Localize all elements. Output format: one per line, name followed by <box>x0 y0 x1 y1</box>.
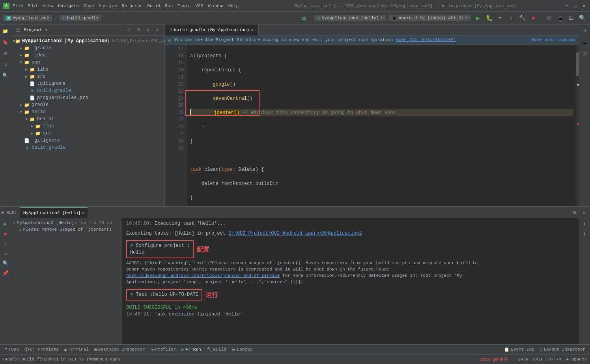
open-project-structure-link[interactable]: Open (Ctrl+Alt+Shift+S) <box>396 37 456 42</box>
menu-window[interactable]: Window <box>208 4 224 8</box>
run-tab-close[interactable]: ✕ <box>82 210 84 215</box>
tree-root[interactable]: ▼ 📁 MyApplication2 [My Application] D:\0… <box>11 37 164 45</box>
editor-scrollbar[interactable] <box>576 45 579 206</box>
tree-item-idea[interactable]: ▶ 📁 .idea <box>11 52 164 59</box>
bookmark-icon[interactable]: 🔖 <box>0 37 11 47</box>
tree-item-gradle[interactable]: ▶ 📁 gradle <box>11 101 164 108</box>
gradle-side-icon[interactable]: G <box>580 26 590 36</box>
maximize-button[interactable]: ☐ <box>573 3 578 9</box>
menu-view[interactable]: View <box>43 4 53 8</box>
run-up-icon[interactable]: ⬆ <box>581 220 589 228</box>
run-soft-wrap-icon[interactable]: ↵ <box>1 249 10 258</box>
event-log-tab[interactable]: 📋 Event Log <box>502 345 536 355</box>
build-tab[interactable]: 🔨 Build <box>204 345 229 355</box>
db-inspector-tab[interactable]: ⊞ Database Inspector <box>92 345 147 355</box>
tree-item-hello-gitignore[interactable]: 📄 .gitignore <box>11 137 164 144</box>
tree-item-app-libs[interactable]: ▶ 📁 libs <box>11 66 164 73</box>
run-filter-icon[interactable]: 🔍 <box>1 259 10 268</box>
line-ending[interactable]: CRLF <box>533 357 543 362</box>
panel-menu-icon[interactable]: ☰ <box>14 26 22 34</box>
run-scroll-end-icon[interactable]: ↓ <box>1 239 10 248</box>
locate-icon[interactable]: ⊙ <box>125 26 133 34</box>
menu-tools[interactable]: Tools <box>177 4 190 8</box>
run-stop-icon[interactable]: ■ <box>1 230 10 238</box>
search-button[interactable]: 🔍 <box>577 13 587 23</box>
tree-item-hello1[interactable]: ▼ 📁 hello1 <box>11 116 164 123</box>
find-icon[interactable]: 🔍 <box>0 70 11 80</box>
device-manager-icon[interactable]: 📱 <box>580 37 590 47</box>
run-tab-hello[interactable]: MyApplication2 [Hello] ✕ <box>20 207 88 218</box>
menu-vcs[interactable]: VCS <box>195 4 203 8</box>
tree-item-hello1-src[interactable]: ▶ 📁 src <box>11 130 164 137</box>
layout-inspector-tab[interactable]: ⊡ Layout Inspector <box>538 345 588 355</box>
hide-notification-link[interactable]: Hide notification <box>532 37 576 42</box>
tree-item-app[interactable]: ▼ 📁 app <box>11 59 164 66</box>
menu-edit[interactable]: Edit <box>28 4 38 8</box>
profiler-tab[interactable]: ∿ Profiler <box>148 345 179 355</box>
run-output[interactable]: 16:46:20: Executing task 'Hello'... Exec… <box>121 218 579 344</box>
stop-button[interactable]: ■ <box>528 13 538 23</box>
tree-item-gradle-folder[interactable]: ▶ 📁 .gradle <box>11 45 164 52</box>
tree-item-hello1-libs[interactable]: ▶ 📁 libs <box>11 123 164 130</box>
sync-icon[interactable]: ⇄ <box>302 14 306 22</box>
tree-item-app-gitignore[interactable]: 📄 .gitignore <box>11 80 164 87</box>
editor-content[interactable]: 17 18 19 20 21 22 23 24 25 26 27 28 29 3… <box>165 45 579 206</box>
run-down-icon[interactable]: ⬇ <box>581 230 589 238</box>
indent-indicator[interactable]: 4 spaces <box>566 357 587 362</box>
menu-navigate[interactable]: Navigate <box>58 4 79 8</box>
menu-run[interactable]: Run <box>165 4 173 8</box>
debug-button[interactable]: 🐛 <box>484 13 494 23</box>
charset-indicator[interactable]: UTF-8 <box>548 357 561 362</box>
menu-analyze[interactable]: Analyze <box>99 4 117 8</box>
close-button[interactable]: ✕ <box>581 3 587 9</box>
structure-icon[interactable]: ⊞ <box>0 48 11 58</box>
profile-button[interactable]: ⚡ <box>506 13 516 23</box>
tree-item-hello-buildgradle[interactable]: G build.gradle <box>11 144 164 151</box>
run-project-path-link[interactable]: D:\002 Project\002 Android Learn\MyAppli… <box>228 231 362 236</box>
collapse-icon[interactable]: ⊟ <box>134 26 142 34</box>
logcat-tab[interactable]: ☰ Logcat <box>230 345 255 355</box>
project-tab[interactable]: A MyApplication2 <box>3 15 52 21</box>
tree-item-app-src[interactable]: ▶ 📁 src <box>11 73 164 80</box>
menu-file[interactable]: File <box>13 4 23 8</box>
menu-refactor[interactable]: Refactor <box>122 4 143 8</box>
todo-icon[interactable]: ☑ <box>0 59 11 69</box>
avd-button[interactable]: 📱 <box>555 13 565 23</box>
settings-icon[interactable]: ⚙ <box>144 26 152 34</box>
jcenter-link[interactable]: http://developer.android.com/r/tools/jce… <box>126 273 280 278</box>
device-config-selector[interactable]: 📱 Android TV (1080p) API 27 ▼ <box>388 15 471 21</box>
code-editor[interactable]: allprojects { repositories { google() ma… <box>187 45 576 206</box>
run-config-selector[interactable]: A MyApplication2 [Hello] ▼ <box>314 15 386 21</box>
file-tab[interactable]: G build.gradle <box>60 15 101 21</box>
editor-tab-buildgradle[interactable]: G build.gradle (My Application) ✕ <box>165 24 259 35</box>
run-settings-btn[interactable]: ⚙ <box>570 208 579 217</box>
scroll-thumb[interactable] <box>576 52 579 76</box>
sdk-button[interactable]: 🗂 <box>566 13 576 23</box>
tree-item-proguard[interactable]: 📄 proguard-rules.pro <box>11 94 164 101</box>
menu-code[interactable]: Code <box>84 4 94 8</box>
menu-help[interactable]: Help <box>228 4 239 8</box>
project-icon[interactable]: 📁 <box>0 26 11 36</box>
terminal-tab[interactable]: ▣ Terminal <box>62 345 91 355</box>
run-pin-icon[interactable]: 📌 <box>1 269 10 278</box>
tree-item-hello[interactable]: ▼ 📁 hello <box>11 108 164 116</box>
sync-gradle-button[interactable]: ⚙ <box>544 13 554 23</box>
tree-item-app-buildgradle[interactable]: G build.gradle <box>11 87 164 94</box>
run-play-icon[interactable]: ▶ <box>1 220 10 228</box>
resource-manager-icon[interactable]: 🗂 <box>580 48 590 58</box>
panel-dropdown-arrow[interactable]: ▼ <box>45 28 47 32</box>
run-button[interactable]: ▶ <box>473 13 483 23</box>
menu-build[interactable]: Build <box>147 4 160 8</box>
run-bottom-tab[interactable]: ▶ 4: Run <box>179 345 203 355</box>
build-button[interactable]: 🔨 <box>517 13 527 23</box>
run-tree-root[interactable]: ⚠ MyApplication2 [Hello]: su 1 s 79 ms <box>11 220 121 226</box>
run-tree-warn-item[interactable]: ⚠ Please remove usages of `jcenter() <box>17 226 121 233</box>
todo-tab[interactable]: ≡ TODO <box>2 345 21 355</box>
tab-close-icon[interactable]: ✕ <box>251 27 254 32</box>
minimize-button[interactable]: − <box>564 3 569 9</box>
problems-tab[interactable]: ⓪ 6: Problems <box>22 345 61 355</box>
run-close-btn[interactable]: ✕ <box>580 208 588 217</box>
close-panel-icon[interactable]: ✕ <box>153 26 161 34</box>
coverage-button[interactable]: ☂ <box>495 13 505 23</box>
cursor-position[interactable]: 29:9 <box>518 357 528 362</box>
